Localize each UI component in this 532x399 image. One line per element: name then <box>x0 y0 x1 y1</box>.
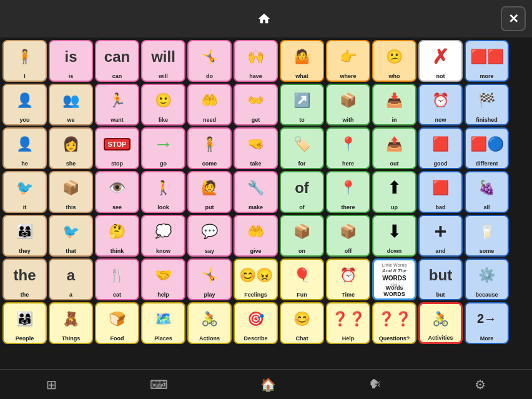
cell-label-Fun: Fun <box>281 292 323 298</box>
cell-and[interactable]: +and <box>418 215 463 257</box>
cell-Actions[interactable]: 🚴Actions <box>187 302 232 344</box>
cell-off[interactable]: 📦off <box>326 215 370 257</box>
cell-they[interactable]: 👨‍👩‍👧they <box>2 215 47 257</box>
settings-button[interactable]: ⚙ <box>462 373 498 396</box>
cell-can[interactable]: cancan <box>95 40 139 82</box>
cell-label-stop: stop <box>96 161 138 167</box>
cell-a[interactable]: aa <box>49 259 93 300</box>
cell-Activities[interactable]: 🚴Activities <box>418 302 463 344</box>
cell-out[interactable]: 📤out <box>372 127 416 169</box>
cell-that[interactable]: 🐦that <box>49 215 93 257</box>
speech-button[interactable]: 🗣 <box>357 373 394 395</box>
cell-to[interactable]: ↗️to <box>280 84 324 126</box>
cell-here[interactable]: 📍here <box>326 127 370 169</box>
cell-who[interactable]: 😕who <box>372 40 416 82</box>
cell-People[interactable]: 👨‍👩‍👧People <box>2 302 47 344</box>
cell-get[interactable]: 👐get <box>234 84 278 126</box>
cell-Fun[interactable]: 🎈Fun <box>280 259 324 300</box>
home-button[interactable] <box>257 12 275 26</box>
cell-think[interactable]: 🤔think <box>95 215 139 257</box>
cell-Things[interactable]: 🧸Things <box>49 302 93 344</box>
cell-down[interactable]: ⬇down <box>372 215 416 257</box>
cell-help[interactable]: 🤝help <box>141 259 185 300</box>
cell-label-People: People <box>4 336 46 342</box>
cell-label-here: here <box>327 161 369 167</box>
cell-I[interactable]: 🧍I <box>2 40 47 82</box>
cell-More[interactable]: 2→More <box>465 302 509 344</box>
cell-eat[interactable]: 🍴eat <box>95 259 139 300</box>
cell-do[interactable]: 🤸do <box>187 40 232 82</box>
cell-the[interactable]: thethe <box>2 259 47 300</box>
cell-label-want: want <box>96 117 138 124</box>
cell-it[interactable]: 🐦it <box>2 171 47 213</box>
cell-she[interactable]: 👩she <box>49 127 93 169</box>
cell-look[interactable]: 🚶look <box>141 171 185 213</box>
home-nav-button[interactable]: 🏠 <box>248 373 288 396</box>
cell-label-now: now <box>420 117 461 124</box>
cell-up[interactable]: ⬆up <box>372 171 416 213</box>
cell-Chat[interactable]: 😊Chat <box>280 302 324 344</box>
cell-take[interactable]: 🤜take <box>234 127 278 169</box>
cell-Describe[interactable]: 🎯Describe <box>234 302 278 344</box>
cell-with[interactable]: 📦with <box>326 84 370 126</box>
cell-need[interactable]: 🤲need <box>187 84 232 126</box>
cell-go[interactable]: →go <box>141 127 185 169</box>
cell-more[interactable]: 🟥🟥more <box>465 40 509 82</box>
cell-LittleWords[interactable]: Little Words And It The WORDS Up Words W… <box>372 259 416 300</box>
cell-you[interactable]: 👤you <box>2 84 47 126</box>
cell-for[interactable]: 🏷️for <box>280 127 324 169</box>
cell-see[interactable]: 👁️see <box>95 171 139 213</box>
cell-give[interactable]: 🤲give <box>234 215 278 257</box>
cell-want[interactable]: 🏃want <box>95 84 139 126</box>
cell-label-have: have <box>235 74 277 80</box>
cell-is[interactable]: isis <box>49 40 93 82</box>
cell-of[interactable]: ofof <box>280 171 324 213</box>
cell-he[interactable]: 👤he <box>2 127 47 169</box>
cell-some[interactable]: 🥛some <box>465 215 509 257</box>
cell-all[interactable]: 🍇all <box>465 171 509 213</box>
cell-but[interactable]: butbut <box>418 259 463 300</box>
cell-Food[interactable]: 🍞Food <box>95 302 139 344</box>
cell-Help[interactable]: ❓❓Help <box>326 302 370 344</box>
cell-good[interactable]: 🟥good <box>418 127 463 169</box>
cell-make[interactable]: 🔧make <box>234 171 278 213</box>
cell-Places[interactable]: 🗺️Places <box>141 302 185 344</box>
cell-label-eat: eat <box>96 292 138 298</box>
cell-different[interactable]: 🟥🔵different <box>465 127 509 169</box>
cell-now[interactable]: ⏰now <box>418 84 463 126</box>
grid-row-3: 🐦it📦this👁️see🚶look🙋put🔧makeofof📍there⬆up… <box>2 171 530 213</box>
grid-view-button[interactable]: ⊞ <box>34 373 69 396</box>
cell-this[interactable]: 📦this <box>49 171 93 213</box>
cell-in[interactable]: 📥in <box>372 84 416 126</box>
cell-on[interactable]: 📦on <box>280 215 324 257</box>
cell-what[interactable]: 🤷what <box>280 40 324 82</box>
grid-row-4: 👨‍👩‍👧they🐦that🤔think💭know💬say🤲give📦on📦of… <box>2 215 530 257</box>
cell-Feelings[interactable]: 😊😠Feelings <box>234 259 278 300</box>
cell-label-what: what <box>281 74 323 80</box>
cell-finished[interactable]: 🏁finished <box>465 84 509 126</box>
cell-label-on: on <box>281 249 323 255</box>
cell-play[interactable]: 🤸play <box>187 259 232 300</box>
keyboard-button[interactable]: ⌨ <box>137 373 180 396</box>
cell-bad[interactable]: 🟥bad <box>418 171 463 213</box>
cell-label-Chat: Chat <box>281 336 323 342</box>
cell-come[interactable]: 🧍come <box>187 127 232 169</box>
cell-put[interactable]: 🙋put <box>187 171 232 213</box>
cell-stop[interactable]: STOPstop <box>95 127 139 169</box>
cell-label-where: where <box>327 74 369 80</box>
cell-will[interactable]: willwill <box>141 40 185 82</box>
cell-label-up: up <box>373 205 415 211</box>
cell-Time[interactable]: ⏰Time <box>326 259 370 300</box>
cell-say[interactable]: 💬say <box>187 215 232 257</box>
cell-know[interactable]: 💭know <box>141 215 185 257</box>
cell-where[interactable]: 👉where <box>326 40 370 82</box>
cell-we[interactable]: 👥we <box>49 84 93 126</box>
cell-like[interactable]: 🙂like <box>141 84 185 126</box>
cell-have[interactable]: 🙌have <box>234 40 278 82</box>
cell-label-need: need <box>189 117 230 124</box>
close-button[interactable]: ✕ <box>501 6 526 31</box>
cell-Questions[interactable]: ❓❓Questions? <box>372 302 416 344</box>
cell-because[interactable]: ⚙️because <box>465 259 509 300</box>
cell-not[interactable]: ✗not <box>418 40 463 82</box>
cell-there[interactable]: 📍there <box>326 171 370 213</box>
